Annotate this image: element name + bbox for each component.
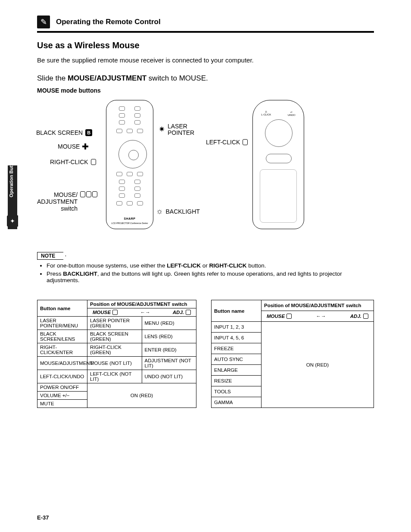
switch-icon: [86, 191, 91, 197]
switch-icon: [80, 191, 85, 197]
col-button-name: Button name: [37, 300, 87, 317]
page-number: E-37: [37, 514, 49, 521]
col-position: Position of MOUSE/ADJUSTMENT switch: [87, 300, 196, 308]
button-table-left: Button name Position of MOUSE/ADJUSTMENT…: [37, 300, 196, 408]
col-button-name: Button name: [212, 300, 262, 322]
remote-brand: SHARP: [106, 217, 153, 220]
intro-text: Be sure the supplied remote mouse receiv…: [37, 56, 374, 64]
callout-left-click: LEFT-CLICK: [206, 139, 248, 146]
mouse-mode-icon: [112, 310, 118, 315]
dpad-icon: [82, 143, 88, 149]
callout-black-screen: B BLACK SCREEN: [36, 129, 92, 136]
adj-mode-icon: [363, 314, 368, 319]
table-row: INPUT 1, 2, 3ON (RED): [212, 322, 374, 333]
callout-right-click: RIGHT-CLICK: [50, 159, 96, 165]
click-icon: [91, 159, 96, 165]
switch-icon: [92, 191, 97, 197]
remote-header-icon: ✎: [37, 16, 50, 28]
callout-backlight: BACKLIGHT: [156, 207, 200, 216]
table-row: LEFT-CLICK/UNDOLEFT-CLICK (NOT LIT)UNDO …: [37, 370, 196, 383]
callout-laser-pointer: LASERPOINTER: [159, 123, 194, 137]
backlight-icon: [156, 207, 163, 216]
note-label: NOTE: [37, 252, 66, 260]
black-screen-icon: B: [85, 129, 92, 136]
page-header-title: Operating the Remote Control: [56, 18, 161, 26]
page-header: ✎ Operating the Remote Control: [37, 16, 374, 28]
button-table-right: Button name Position of MOUSE/ADJUSTMENT…: [211, 300, 374, 408]
adj-mode-icon: [186, 310, 191, 315]
slide-instruction: Slide the MOUSE/ADJUSTMENT switch to MOU…: [37, 74, 374, 83]
mode-header: MOUSE ←→ ADJ.: [262, 311, 374, 322]
laser-icon: [159, 125, 165, 134]
table-row: RIGHT-CLICK/ENTERRIGHT-CLICK (GREEN)ENTE…: [37, 343, 196, 357]
click-icon: [243, 139, 248, 145]
callout-mouse: MOUSE: [58, 143, 88, 150]
diagram-area: B BLACK SCREEN MOUSE RIGHT-CLICK MOUSE/ …: [37, 100, 374, 246]
remote-subtitle: LCD PROJECTOR Conference Series: [106, 222, 153, 224]
mode-buttons-label: MOUSE mode buttons: [37, 87, 374, 94]
header-rule: [37, 31, 374, 33]
table-row: MOUSE/ADJUSTMENTMOUSE (NOT LIT)ADJUSTMEN…: [37, 357, 196, 370]
mouse-mode-icon: [286, 314, 292, 319]
remote-side-diagram: ⎘L-CLICK ↶UNDO: [252, 100, 304, 229]
note-section: NOTE For one-button mouse systems, use e…: [37, 252, 374, 283]
table-row: LASER POINTER/MENULASER POINTER (GREEN)M…: [37, 317, 196, 330]
col-position: Position of MOUSE/ADJUSTMENT switch: [262, 300, 374, 311]
mode-header: MOUSE ←→ ADJ.: [87, 308, 196, 317]
callout-mouse-adj-switch: MOUSE/ ADJUSTMENT switch: [37, 191, 97, 212]
note-item: Press BACKLIGHT, and the buttons will li…: [47, 271, 374, 283]
section-heading: Use as a Wireless Mouse: [37, 40, 374, 50]
remote-front-diagram: SHARP LCD PROJECTOR Conference Series: [106, 100, 153, 229]
table-row: POWER ON/OFFON (RED): [37, 383, 196, 392]
table-row: BLACK SCREEN/LENSBLACK SCREEN (GREEN)LEN…: [37, 330, 196, 343]
note-item: For one-button mouse systems, use either…: [47, 262, 374, 269]
